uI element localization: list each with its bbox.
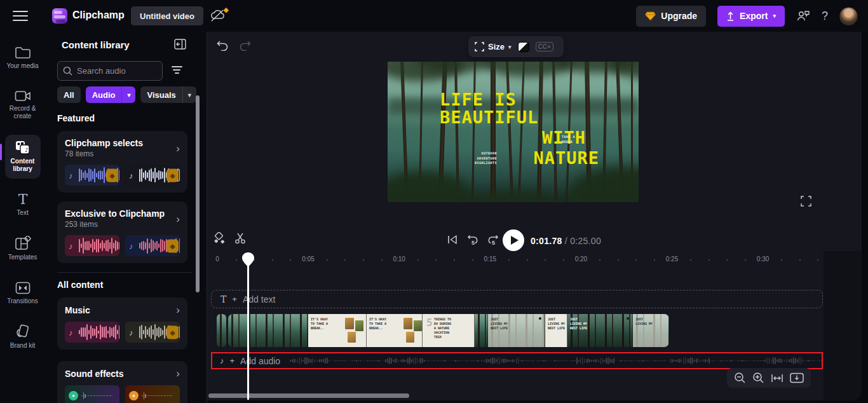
fullscreen-icon[interactable] (801, 196, 811, 207)
audio-preview-thumb[interactable]: ♪◆ (65, 165, 119, 186)
total-time: / 0:25.00 (565, 236, 601, 246)
upgrade-button[interactable]: Upgrade (636, 6, 706, 27)
video-preview[interactable]: LIFE ISBEAUTIFULWITHNATURETAKE A BREAKOU… (388, 62, 639, 202)
audio-preview-thumb[interactable]: ● (125, 385, 180, 403)
sidebar-item-brand-kit[interactable]: Brand kit (0, 319, 45, 355)
skip-to-start-icon[interactable] (445, 232, 460, 247)
zoom-in-icon[interactable] (752, 372, 764, 384)
sidebar-item-text[interactable]: T Text (0, 188, 45, 222)
filter-icon[interactable] (170, 64, 186, 79)
filmstrip-frame: IT'S OKAY TO TAKE A BREAK.. (367, 314, 423, 347)
audio-preview-thumb[interactable]: ♪ (65, 235, 119, 256)
top-bar: Clipchamp Untitled video ◆ Upgrade Expor… (0, 0, 868, 32)
user-avatar[interactable] (839, 7, 858, 25)
zoom-out-icon[interactable] (734, 372, 746, 384)
foliage (388, 171, 473, 202)
undo-icon[interactable] (216, 39, 230, 53)
audio-preview-thumb[interactable]: ♪ (65, 322, 119, 343)
sidebar-item-content-library[interactable]: ♪ Content library (0, 135, 45, 179)
track-height-icon[interactable] (790, 372, 804, 383)
filmstrip-frame: JUST LIVING MY (633, 314, 669, 347)
tree-trunk (518, 62, 525, 202)
brand-kit-icon (15, 324, 31, 339)
overlay-caption-right: TAKE A BREAK (562, 135, 575, 144)
search-input[interactable] (77, 66, 150, 76)
current-time: 0:01.78 (531, 236, 562, 246)
svg-text:♪: ♪ (25, 147, 29, 153)
export-arrow-icon (726, 11, 735, 21)
hamburger-menu-icon[interactable] (13, 11, 28, 21)
ruler-label: 0:10 (393, 256, 405, 263)
music-note-icon: ♪ (69, 327, 73, 337)
chevron-right-icon: › (176, 368, 180, 379)
audio-waveform-preview (290, 353, 822, 368)
chevron-down-icon: ▾ (773, 13, 776, 19)
captions-icon[interactable]: CC+ (536, 42, 553, 51)
project-title[interactable]: Untitled video (131, 6, 203, 25)
svg-text:T: T (18, 193, 27, 207)
video-clip-fragment[interactable] (217, 314, 226, 347)
media-type-tabs: All Audio ▾ Visuals ▾ (57, 86, 196, 103)
help-icon[interactable]: ? (822, 10, 828, 23)
playhead-line[interactable] (247, 266, 249, 400)
redo-icon[interactable] (239, 39, 253, 53)
export-button[interactable]: Export ▾ (717, 6, 785, 27)
sidebar-item-record-create[interactable]: Record & create (0, 85, 45, 126)
music-note-icon: ♪ (220, 356, 224, 365)
music-note-icon: ♪ (69, 170, 73, 180)
play-button[interactable] (503, 229, 524, 251)
upgrade-label: Upgrade (661, 11, 697, 21)
add-audio-track-highlighted[interactable]: ♪ + Add audio (211, 352, 823, 369)
panel-scrollbar[interactable] (196, 95, 200, 292)
sidebar-item-transitions[interactable]: Transitions (0, 276, 45, 311)
music-note-icon: ♪ (129, 170, 133, 180)
audio-preview-thumb[interactable]: ● (65, 385, 119, 403)
add-text-track[interactable]: T + Add text (211, 290, 823, 308)
folder-icon (15, 46, 31, 60)
suggestions-icon[interactable] (212, 231, 227, 246)
cloud-backup-off-icon[interactable]: ◆ (210, 8, 227, 24)
overlay-line4: NATURE (533, 149, 599, 167)
playhead-handle[interactable] (242, 252, 254, 270)
audio-preview-thumb[interactable]: ♪◆ (125, 322, 180, 343)
plus-icon: + (232, 294, 237, 304)
size-dropdown[interactable]: Size ▾ (475, 42, 512, 51)
content-library-panel: Content library All Audio ▾ Visuals ▾ Fe… (45, 32, 207, 403)
premium-gem-badge: ◆ (166, 239, 179, 252)
collapse-panel-icon[interactable] (174, 39, 186, 50)
sidebar-item-templates[interactable]: Templates (0, 231, 45, 267)
timeline-horizontal-scrollbar[interactable] (208, 393, 409, 398)
fit-to-screen-icon[interactable] (771, 373, 783, 383)
filmstrip-frame: IT'S OKAY TO TAKE A BREAK.. (308, 314, 367, 347)
chevron-right-icon: › (176, 214, 180, 224)
feedback-icon[interactable] (796, 10, 810, 22)
music-note-icon: ♪ (129, 241, 133, 250)
ruler-label: 0:20 (575, 256, 587, 263)
audio-preview-thumb[interactable]: ♪◆ (125, 235, 180, 256)
filmstrip-frame: JUST LIVING MY BEST LIFE (567, 314, 633, 347)
card-clipchamp-selects[interactable]: Clipchamp selects78 items› ♪◆♪◆ (57, 131, 187, 193)
video-clip-filmstrip[interactable]: IT'S OKAY TO TAKE A BREAK..IT'S OKAY TO … (228, 314, 669, 347)
tab-all[interactable]: All (57, 86, 81, 103)
card-music[interactable]: Music› ♪♪◆ (57, 297, 187, 350)
split-scissors-icon[interactable] (233, 231, 248, 246)
editor-area: Size ▾ CC+ LIFE ISBEAUTIFULWITHNATURETAK… (207, 32, 862, 400)
card-exclusive-to-clipchamp[interactable]: Exclusive to Clipchamp253 items› ♪♪◆ (57, 202, 187, 263)
diamond-icon (645, 11, 656, 21)
fill-color-icon[interactable] (518, 42, 529, 52)
sidebar-item-your-media[interactable]: Your media (0, 41, 45, 76)
tab-visuals[interactable]: Visuals ▾ (140, 86, 196, 103)
forward-5s-icon[interactable]: 5 (485, 232, 501, 247)
chevron-down-icon[interactable]: ▾ (182, 86, 196, 103)
tab-audio[interactable]: Audio ▾ (86, 86, 136, 103)
timeline-ruler[interactable]: 00:050:100:150:200:250:30 (207, 254, 862, 266)
overlay-caption-left: OUTDOOR ADVENTURE HIGHLIGHTS (470, 151, 497, 166)
timeline-zoom-controls (727, 368, 811, 388)
clipchamp-logo-icon (52, 8, 67, 24)
audio-preview-thumb[interactable]: ♪◆ (125, 165, 180, 186)
templates-icon (15, 236, 31, 251)
chevron-down-icon[interactable]: ▾ (121, 86, 135, 103)
rewind-5s-icon[interactable]: 5 (465, 232, 480, 247)
filmstrip-frame: JUST LIVING MY BEST LIFE (488, 314, 545, 347)
card-sound-effects[interactable]: Sound effects› ●● (57, 361, 187, 403)
